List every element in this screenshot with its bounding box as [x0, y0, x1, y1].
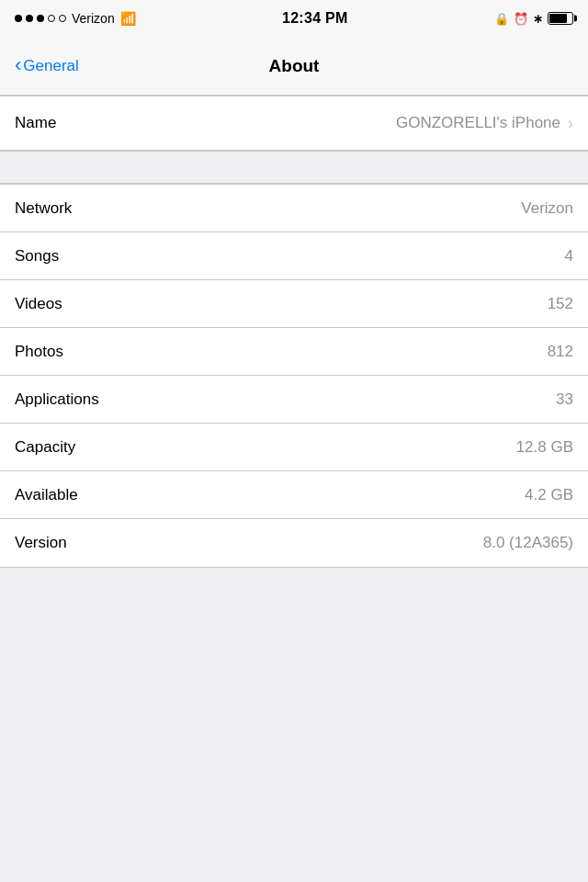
version-label: Version — [15, 534, 67, 552]
name-label: Name — [15, 114, 56, 132]
network-value: Verizon — [521, 199, 573, 218]
available-value: 4.2 GB — [525, 486, 573, 504]
name-value: GONZORELLI's iPhone › — [396, 114, 573, 133]
applications-label: Applications — [15, 390, 99, 409]
section-divider — [0, 151, 588, 184]
dot-5 — [59, 15, 66, 22]
name-chevron-icon: › — [568, 114, 573, 133]
videos-value: 152 — [548, 295, 573, 313]
name-row[interactable]: Name GONZORELLI's iPhone › — [0, 96, 588, 150]
lock-icon: 🔒 — [494, 12, 509, 26]
carrier-label: Verizon — [72, 11, 115, 26]
capacity-label: Capacity — [15, 438, 75, 457]
network-row: Network Verizon — [0, 185, 588, 232]
status-bar-right: 🔒 ⏰ ∗ — [494, 12, 573, 26]
applications-row: Applications 33 — [0, 376, 588, 424]
photos-label: Photos — [15, 343, 63, 361]
content-area: Name GONZORELLI's iPhone › Network Veriz… — [0, 96, 588, 568]
alarm-icon: ⏰ — [514, 12, 528, 26]
videos-label: Videos — [15, 295, 62, 313]
dot-2 — [26, 15, 33, 22]
applications-value: 33 — [556, 390, 573, 409]
dot-3 — [37, 15, 44, 22]
back-button[interactable]: ‹ General — [7, 49, 86, 83]
back-chevron-icon: ‹ — [15, 55, 21, 75]
status-time: 12:34 PM — [282, 10, 348, 27]
version-row: Version 8.0 (12A365) — [0, 519, 588, 567]
version-value: 8.0 (12A365) — [483, 534, 573, 552]
battery-icon — [548, 12, 573, 25]
name-value-text: GONZORELLI's iPhone — [396, 114, 560, 132]
photos-value: 812 — [548, 343, 573, 361]
info-section: Network Verizon Songs 4 Videos 152 Photo… — [0, 184, 588, 568]
page-title: About — [269, 56, 320, 76]
photos-row: Photos 812 — [0, 328, 588, 376]
available-label: Available — [15, 486, 78, 504]
available-row: Available 4.2 GB — [0, 471, 588, 519]
back-label: General — [23, 57, 78, 75]
bluetooth-icon: ∗ — [533, 12, 543, 26]
songs-row: Songs 4 — [0, 232, 588, 280]
wifi-icon: 📶 — [120, 11, 136, 26]
name-section: Name GONZORELLI's iPhone › — [0, 96, 588, 151]
network-label: Network — [15, 199, 72, 218]
dot-1 — [15, 15, 22, 22]
capacity-value: 12.8 GB — [516, 438, 573, 457]
videos-row: Videos 152 — [0, 280, 588, 328]
navigation-bar: ‹ General About — [0, 37, 588, 96]
status-bar-left: Verizon 📶 — [15, 11, 136, 26]
dot-4 — [48, 15, 55, 22]
status-bar: Verizon 📶 12:34 PM 🔒 ⏰ ∗ — [0, 0, 588, 37]
songs-value: 4 — [565, 247, 573, 266]
signal-dots — [15, 15, 66, 22]
capacity-row: Capacity 12.8 GB — [0, 424, 588, 471]
battery-fill — [549, 14, 567, 23]
songs-label: Songs — [15, 247, 59, 266]
